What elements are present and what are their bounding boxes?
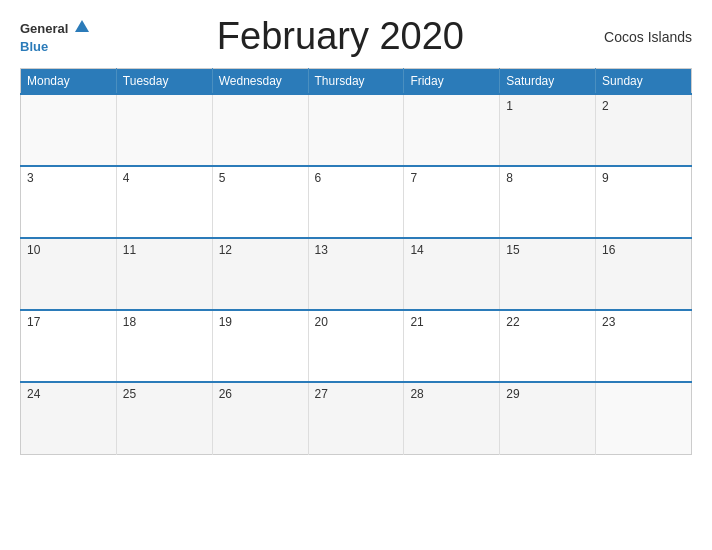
weekday-header-friday: Friday bbox=[404, 69, 500, 95]
calendar-table: MondayTuesdayWednesdayThursdayFridaySatu… bbox=[20, 68, 692, 455]
calendar-day-cell: 12 bbox=[212, 238, 308, 310]
calendar-week-row: 17181920212223 bbox=[21, 310, 692, 382]
weekday-header-sunday: Sunday bbox=[596, 69, 692, 95]
weekday-header-tuesday: Tuesday bbox=[116, 69, 212, 95]
day-number: 17 bbox=[27, 315, 40, 329]
day-number: 9 bbox=[602, 171, 609, 185]
day-number: 19 bbox=[219, 315, 232, 329]
day-number: 8 bbox=[506, 171, 513, 185]
calendar-day-cell: 15 bbox=[500, 238, 596, 310]
weekday-header-monday: Monday bbox=[21, 69, 117, 95]
logo-blue: Blue bbox=[20, 39, 48, 54]
day-number: 20 bbox=[315, 315, 328, 329]
logo-text: General bbox=[20, 19, 89, 37]
day-number: 13 bbox=[315, 243, 328, 257]
day-number: 28 bbox=[410, 387, 423, 401]
day-number: 10 bbox=[27, 243, 40, 257]
calendar-day-cell bbox=[308, 94, 404, 166]
calendar-day-cell: 19 bbox=[212, 310, 308, 382]
weekday-header-thursday: Thursday bbox=[308, 69, 404, 95]
calendar-day-cell: 17 bbox=[21, 310, 117, 382]
calendar-day-cell: 22 bbox=[500, 310, 596, 382]
calendar-day-cell bbox=[404, 94, 500, 166]
region-label: Cocos Islands bbox=[592, 29, 692, 45]
day-number: 12 bbox=[219, 243, 232, 257]
day-number: 24 bbox=[27, 387, 40, 401]
calendar-week-row: 12 bbox=[21, 94, 692, 166]
day-number: 26 bbox=[219, 387, 232, 401]
day-number: 11 bbox=[123, 243, 136, 257]
calendar-day-cell bbox=[21, 94, 117, 166]
day-number: 3 bbox=[27, 171, 34, 185]
calendar-day-cell: 20 bbox=[308, 310, 404, 382]
day-number: 21 bbox=[410, 315, 423, 329]
day-number: 15 bbox=[506, 243, 519, 257]
day-number: 25 bbox=[123, 387, 136, 401]
calendar-day-cell: 18 bbox=[116, 310, 212, 382]
day-number: 1 bbox=[506, 99, 513, 113]
calendar-day-cell: 13 bbox=[308, 238, 404, 310]
month-title: February 2020 bbox=[89, 15, 592, 58]
calendar-week-row: 242526272829 bbox=[21, 382, 692, 454]
calendar-day-cell: 11 bbox=[116, 238, 212, 310]
day-number: 23 bbox=[602, 315, 615, 329]
calendar-day-cell: 10 bbox=[21, 238, 117, 310]
calendar-day-cell: 1 bbox=[500, 94, 596, 166]
day-number: 16 bbox=[602, 243, 615, 257]
calendar-day-cell: 2 bbox=[596, 94, 692, 166]
weekday-header-row: MondayTuesdayWednesdayThursdayFridaySatu… bbox=[21, 69, 692, 95]
weekday-header-saturday: Saturday bbox=[500, 69, 596, 95]
header: General Blue February 2020 Cocos Islands bbox=[20, 15, 692, 58]
day-number: 2 bbox=[602, 99, 609, 113]
calendar-day-cell: 27 bbox=[308, 382, 404, 454]
calendar-day-cell: 8 bbox=[500, 166, 596, 238]
day-number: 7 bbox=[410, 171, 417, 185]
day-number: 18 bbox=[123, 315, 136, 329]
day-number: 4 bbox=[123, 171, 130, 185]
logo: General Blue bbox=[20, 19, 89, 55]
day-number: 29 bbox=[506, 387, 519, 401]
logo-triangle-icon bbox=[75, 20, 89, 32]
calendar-day-cell bbox=[596, 382, 692, 454]
calendar-day-cell bbox=[212, 94, 308, 166]
day-number: 22 bbox=[506, 315, 519, 329]
day-number: 27 bbox=[315, 387, 328, 401]
day-number: 14 bbox=[410, 243, 423, 257]
weekday-header-wednesday: Wednesday bbox=[212, 69, 308, 95]
calendar-day-cell: 4 bbox=[116, 166, 212, 238]
page: General Blue February 2020 Cocos Islands… bbox=[0, 0, 712, 550]
calendar-week-row: 3456789 bbox=[21, 166, 692, 238]
calendar-week-row: 10111213141516 bbox=[21, 238, 692, 310]
day-number: 6 bbox=[315, 171, 322, 185]
calendar-day-cell: 14 bbox=[404, 238, 500, 310]
calendar-day-cell: 3 bbox=[21, 166, 117, 238]
calendar-day-cell bbox=[116, 94, 212, 166]
calendar-day-cell: 7 bbox=[404, 166, 500, 238]
calendar-day-cell: 26 bbox=[212, 382, 308, 454]
day-number: 5 bbox=[219, 171, 226, 185]
calendar-day-cell: 29 bbox=[500, 382, 596, 454]
calendar-day-cell: 5 bbox=[212, 166, 308, 238]
logo-general: General bbox=[20, 21, 68, 36]
calendar-day-cell: 21 bbox=[404, 310, 500, 382]
calendar-day-cell: 23 bbox=[596, 310, 692, 382]
calendar-day-cell: 28 bbox=[404, 382, 500, 454]
calendar-day-cell: 24 bbox=[21, 382, 117, 454]
calendar-day-cell: 6 bbox=[308, 166, 404, 238]
calendar-day-cell: 25 bbox=[116, 382, 212, 454]
calendar-day-cell: 9 bbox=[596, 166, 692, 238]
calendar-day-cell: 16 bbox=[596, 238, 692, 310]
